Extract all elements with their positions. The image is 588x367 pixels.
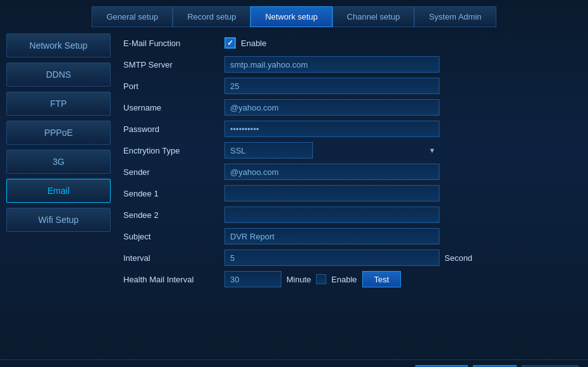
password-control: [224, 121, 439, 137]
interval-input[interactable]: [224, 250, 439, 266]
health-enable-label: Enable: [331, 275, 357, 284]
health-unit-label: Minute: [286, 275, 311, 284]
tab-network[interactable]: Network setup: [250, 6, 332, 27]
tab-system[interactable]: System Admin: [414, 6, 496, 27]
port-label: Port: [123, 81, 224, 91]
email-function-row: E-Mail Function Enable: [123, 33, 575, 52]
sender-label: Sender: [123, 167, 224, 177]
subject-label: Subject: [123, 232, 224, 241]
password-row: Password: [123, 119, 575, 138]
sender-row: Sender: [123, 162, 575, 181]
port-input[interactable]: [224, 78, 439, 94]
smtp-server-input[interactable]: [224, 56, 439, 73]
encryption-label: Enctrytion Type: [123, 146, 224, 155]
bottom-bar: Apply OK Cancel: [0, 359, 588, 367]
encryption-dropdown-wrap: SSL TLS None ▼: [224, 142, 439, 159]
sendee2-row: Sendee 2: [123, 205, 575, 224]
sidebar-item-3g[interactable]: 3G: [6, 150, 111, 174]
sendee2-input[interactable]: [224, 207, 439, 223]
sidebar-item-ddns[interactable]: DDNS: [6, 63, 111, 87]
sidebar-item-wifi[interactable]: Wifi Setup: [6, 208, 111, 232]
health-enable-checkbox[interactable]: [316, 274, 326, 284]
subject-input[interactable]: [224, 228, 439, 244]
health-mail-label: Health Mail Interval: [123, 275, 224, 284]
enable-label: Enable: [241, 39, 266, 48]
tab-general[interactable]: General setup: [92, 6, 173, 27]
health-mail-input[interactable]: [224, 271, 281, 287]
sidebar: Network Setup DDNS FTP PPPoE 3G Email Wi…: [0, 27, 117, 359]
subject-row: Subject: [123, 227, 575, 246]
username-input[interactable]: [224, 99, 439, 116]
sidebar-item-pppoe[interactable]: PPPoE: [6, 121, 111, 145]
interval-control: [224, 250, 439, 266]
port-row: Port: [123, 76, 575, 95]
interval-unit-label: Second: [444, 253, 472, 263]
sendee2-label: Sendee 2: [123, 210, 224, 220]
email-function-label: E-Mail Function: [123, 39, 224, 48]
form-table: E-Mail Function Enable SMTP Server Port: [123, 33, 575, 353]
sidebar-item-email[interactable]: Email: [6, 179, 111, 203]
username-control: [224, 99, 439, 116]
sendee1-label: Sendee 1: [123, 189, 224, 198]
main-layout: Network Setup DDNS FTP PPPoE 3G Email Wi…: [0, 27, 588, 359]
sendee1-control: [224, 185, 439, 202]
tab-channel[interactable]: Channel setup: [333, 6, 415, 27]
username-row: Username: [123, 98, 575, 117]
sidebar-item-ftp[interactable]: FTP: [6, 92, 111, 116]
smtp-server-label: SMTP Server: [123, 60, 224, 69]
content-area: E-Mail Function Enable SMTP Server Port: [117, 27, 588, 359]
encryption-select[interactable]: SSL TLS None: [224, 142, 313, 159]
interval-row: Interval Second: [123, 248, 575, 267]
interval-label: Interval: [123, 253, 224, 263]
sendee2-control: [224, 207, 439, 223]
health-mail-row: Health Mail Interval Minute Enable Test: [123, 270, 575, 289]
username-label: Username: [123, 103, 224, 112]
subject-control: [224, 228, 439, 244]
sender-control: [224, 164, 439, 180]
password-input[interactable]: [224, 121, 439, 137]
tab-record[interactable]: Record setup: [173, 6, 250, 27]
sendee1-input[interactable]: [224, 185, 439, 202]
port-control: [224, 78, 439, 94]
email-function-control: Enable: [224, 37, 439, 49]
test-button[interactable]: Test: [362, 271, 401, 287]
sendee1-row: Sendee 1: [123, 184, 575, 203]
encryption-row: Enctrytion Type SSL TLS None ▼: [123, 141, 575, 160]
smtp-server-control: [224, 56, 439, 73]
email-enable-checkbox[interactable]: [224, 37, 236, 49]
chevron-down-icon: ▼: [429, 147, 436, 154]
sidebar-item-network-setup[interactable]: Network Setup: [6, 33, 111, 57]
smtp-server-row: SMTP Server: [123, 55, 575, 74]
password-label: Password: [123, 124, 224, 134]
health-mail-control: Minute Enable Test: [224, 271, 401, 287]
sender-input[interactable]: [224, 164, 439, 180]
tab-bar: General setup Record setup Network setup…: [0, 0, 588, 27]
encryption-control: SSL TLS None ▼: [224, 142, 439, 159]
